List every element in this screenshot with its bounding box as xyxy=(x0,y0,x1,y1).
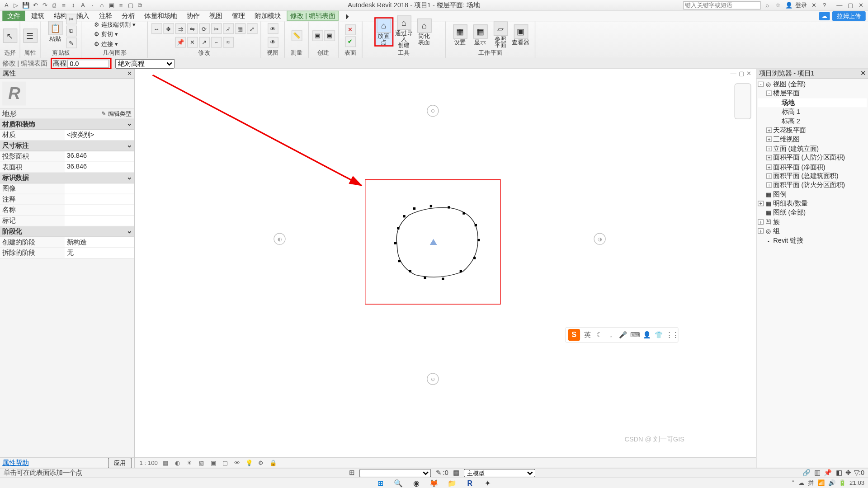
save-icon[interactable]: 💾 xyxy=(21,1,29,9)
print-icon[interactable]: ⎙ xyxy=(50,1,58,9)
simplify-surface-tool[interactable]: ⌂简化 表面 xyxy=(415,19,434,45)
workset-select[interactable] xyxy=(359,469,431,477)
undo-icon[interactable]: ↶ xyxy=(31,1,39,9)
worksharing-icon[interactable]: ⚙ xyxy=(257,459,265,467)
other-app-icon[interactable]: ✦ xyxy=(482,478,494,488)
import-create-tool[interactable]: ⌂通过导入 创建 xyxy=(394,15,413,48)
drawing-canvas[interactable]: —▢✕ ⊙ ◐ ◑ ⊙ xyxy=(135,69,756,468)
ime-lang[interactable]: 英 xyxy=(582,330,592,339)
scale-icon[interactable]: ⤢ xyxy=(246,23,257,34)
tree-node[interactable]: +面积平面 (防火分区面积) xyxy=(758,181,867,190)
ime-mic-icon[interactable]: 🎤 xyxy=(618,331,627,339)
tab-view[interactable]: 视图 xyxy=(206,11,226,21)
search-icon[interactable]: ⌕ xyxy=(763,1,771,9)
measure-icon2[interactable]: 📏 xyxy=(291,30,302,41)
start-icon[interactable]: ⊞ xyxy=(374,478,386,488)
pin-icon[interactable]: 📌 xyxy=(175,37,186,47)
project-tree[interactable]: -◎视图 (全部)-楼层平面场地标高 1标高 2+天花板平面+三维视图+立面 (… xyxy=(756,79,868,468)
prop-phase-created-val[interactable]: 新构造 xyxy=(64,237,134,247)
tab-addins[interactable]: 附加模块 xyxy=(251,11,284,21)
trim-icon[interactable]: ✂ xyxy=(211,23,222,34)
filter-count[interactable]: ▽:0 xyxy=(854,469,864,477)
cut-geom-tool[interactable]: ⚙ 剪切 ▾ xyxy=(94,30,118,38)
tab-massing[interactable]: 体量和场地 xyxy=(141,11,180,21)
open-icon[interactable]: ▷ xyxy=(12,1,20,9)
view-unhide-icon[interactable]: 👁 xyxy=(267,37,278,47)
help-icon[interactable]: ? xyxy=(821,1,829,9)
tree-node[interactable]: +面积平面 (总建筑面积) xyxy=(758,172,867,181)
tree-node[interactable]: +立面 (建筑立面) xyxy=(758,144,867,153)
delete-icon[interactable]: ✕ xyxy=(187,37,198,47)
place-point-tool[interactable]: ⌂ 放置 点 xyxy=(374,17,393,47)
finish-surface-icon[interactable]: ✔ xyxy=(345,36,356,47)
tray-battery-icon[interactable]: 🔋 xyxy=(839,480,846,487)
split-icon[interactable]: ⫽ xyxy=(223,23,234,34)
tree-node[interactable]: -◎视图 (全部) xyxy=(758,80,867,89)
tree-node[interactable]: +天花板平面 xyxy=(758,126,867,135)
cloud-icon[interactable]: ☁ xyxy=(819,12,830,20)
matchtype-icon[interactable]: ✎ xyxy=(66,38,77,48)
elevation-mode-select[interactable]: 绝对高程 xyxy=(115,59,175,68)
tree-node[interactable]: 标高 2 xyxy=(758,117,867,126)
view-hide-icon[interactable]: 👁 xyxy=(267,23,278,34)
tab-collaborate[interactable]: 协作 xyxy=(183,11,203,21)
detail-level-icon[interactable]: ▦ xyxy=(161,459,170,467)
ime-keyboard-icon[interactable]: ⌨ xyxy=(630,331,640,339)
properties-tool[interactable]: ☰ xyxy=(20,28,39,43)
close-button[interactable]: ✕ xyxy=(856,2,866,9)
tab-modify-edit-surface[interactable]: 修改 | 编辑表面 xyxy=(287,11,339,21)
search-task-icon[interactable]: 🔍 xyxy=(392,478,404,488)
tray-ime-icon[interactable]: 拼 xyxy=(808,479,814,487)
prop-material-val[interactable]: <按类别> xyxy=(64,130,134,140)
tab-architecture[interactable]: 建筑 xyxy=(28,11,48,21)
crop-view-icon[interactable]: ▣ xyxy=(209,459,217,467)
section-icon[interactable]: ▣ xyxy=(107,1,115,9)
tree-node[interactable]: +面积平面 (人防分区面积) xyxy=(758,153,867,162)
elevation-input[interactable] xyxy=(67,59,109,67)
tree-node[interactable]: -楼层平面 xyxy=(758,89,867,98)
edit-type-button[interactable]: ✎ 编辑类型 xyxy=(101,110,132,118)
cancel-surface-icon[interactable]: ✕ xyxy=(345,24,356,35)
ime-toolbar[interactable]: S 英 ☾ ， 🎤 ⌨ 👤 👕 ⋮⋮ xyxy=(565,327,679,343)
clock-time[interactable]: 21:03 xyxy=(849,480,864,486)
ref-plane-tool[interactable]: ▱参照 平面 xyxy=(491,21,510,48)
default3d-icon[interactable]: ⌂ xyxy=(98,1,106,9)
tree-node[interactable]: ▦图纸 (全部) xyxy=(758,208,867,217)
elevation-marker-south[interactable]: ⊙ xyxy=(427,373,439,385)
thin-lines-icon[interactable]: ≡ xyxy=(117,1,125,9)
redo-icon[interactable]: ↷ xyxy=(41,1,49,9)
tree-node[interactable]: +面积平面 (净面积) xyxy=(758,162,867,171)
measure-icon[interactable]: ≡ xyxy=(60,1,68,9)
sun-path-icon[interactable]: ☀ xyxy=(185,459,193,467)
visual-style-icon[interactable]: ◐ xyxy=(173,459,181,467)
star-icon[interactable]: ☆ xyxy=(774,1,782,9)
ime-moon-icon[interactable]: ☾ xyxy=(594,331,604,339)
firefox-icon[interactable]: 🦊 xyxy=(428,478,440,488)
cut-icon[interactable]: ✂ xyxy=(66,14,77,24)
hide-isolate-icon[interactable]: 👁 xyxy=(233,459,241,467)
editable-only-icon[interactable]: ▦ xyxy=(453,469,459,477)
copy-icon[interactable]: ⧉ xyxy=(66,26,77,37)
corner-icon[interactable]: ⌐ xyxy=(211,37,222,47)
tree-node[interactable]: ▦图例 xyxy=(758,190,867,199)
crop-region-icon[interactable]: ▢ xyxy=(221,459,229,467)
tray-volume-icon[interactable]: 🔊 xyxy=(828,480,835,487)
create-group-icon[interactable]: ▣ xyxy=(312,30,323,41)
create-similar-icon[interactable]: ▣ xyxy=(324,30,335,41)
project-base-point-icon[interactable] xyxy=(430,239,437,245)
user-icon[interactable]: 👤 xyxy=(784,1,793,9)
prop-name-val[interactable] xyxy=(64,205,134,215)
revit-logo-icon[interactable]: A xyxy=(2,1,10,9)
elevation-marker-west[interactable]: ◐ xyxy=(274,233,285,245)
browser-close-icon[interactable]: ✕ xyxy=(860,70,866,77)
login-label[interactable]: 登录 xyxy=(795,1,807,9)
tree-node[interactable]: 场地 xyxy=(758,98,867,107)
tray-onedrive-icon[interactable]: ☁ xyxy=(798,480,804,487)
join-tool[interactable]: ⚙ 连接 ▾ xyxy=(94,40,118,48)
ime-person-icon[interactable]: 👤 xyxy=(642,331,651,339)
chrome-icon[interactable]: ◉ xyxy=(410,478,422,488)
show-workplane-tool[interactable]: ▦显示 xyxy=(471,24,490,45)
help-search-input[interactable] xyxy=(683,1,760,9)
revit-task-icon[interactable]: R xyxy=(464,478,476,488)
select-links-icon[interactable]: 🔗 xyxy=(802,469,811,477)
